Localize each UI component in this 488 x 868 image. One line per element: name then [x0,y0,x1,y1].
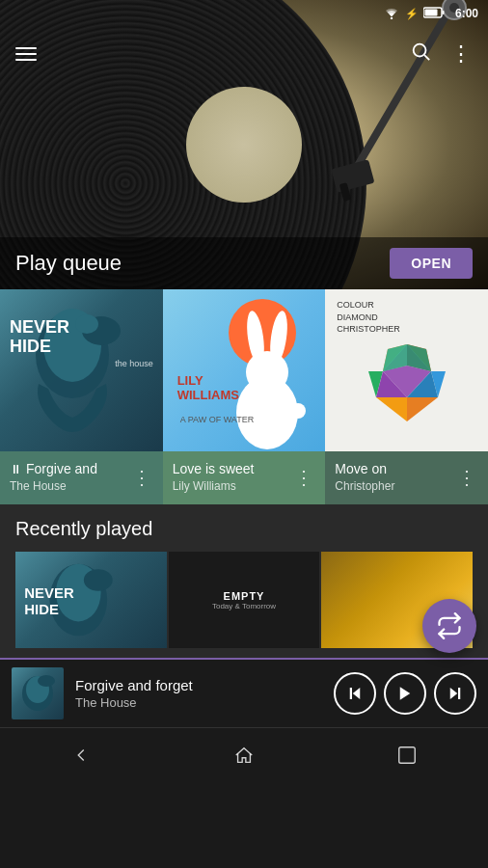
search-button[interactable] [410,41,431,68]
never-hide-text: NEVERHIDE [10,318,69,357]
lily-text: LilyWilliams [177,373,239,403]
album-cell-love[interactable]: LilyWilliams A Paw Of Water [163,289,326,451]
paw-text: A Paw Of Water [180,415,255,424]
toolbar: ⋮ [0,27,488,81]
back-nav-button[interactable] [57,731,105,779]
today-tomorrow-label: Today & Tomorrow [212,602,276,610]
recently-played-title: Recently played [15,518,473,540]
empty-label: EMPTY [224,590,265,602]
home-nav-button[interactable] [220,731,268,779]
album-cell-forgive[interactable]: NEVERHIDE the house [0,289,163,451]
shuffle-button[interactable] [422,599,476,653]
now-playing-info: Forgive and forget The House [64,677,334,710]
wifi-icon [383,6,400,22]
artist-forgive: The House [10,479,130,493]
play-button[interactable] [384,672,426,715]
svg-marker-31 [407,397,438,421]
svg-text:HIDE: HIDE [24,601,59,617]
album-art-move: COLOURDIAMONDCHRISTOPHER [325,289,488,451]
album-info-forgive: ⏸ Forgive and The House ⋮ [0,451,163,504]
artist-move: Christopher [335,479,455,493]
bolt-icon: ⚡ [405,8,419,20]
svg-marker-45 [450,688,458,699]
the-house-small: the house [115,359,153,368]
svg-point-9 [414,44,426,57]
album-info-row: ⏸ Forgive and The House ⋮ Love is sweet … [0,451,488,504]
svg-point-36 [84,569,113,590]
recent-thumb-never-hide[interactable]: NEVER HIDE [15,552,167,648]
colour-diamond-text: COLOURDIAMONDCHRISTOPHER [337,299,399,336]
open-button[interactable]: OPEN [390,248,473,279]
svg-rect-3 [424,9,437,15]
diamond-svg [359,335,455,431]
album-art-love: LilyWilliams A Paw Of Water [163,289,326,451]
hero-section: ⋮ Play queue OPEN [0,0,488,289]
svg-point-14 [75,314,98,334]
svg-text:NEVER: NEVER [24,584,74,601]
album-info-move: Move on Christopher ⋮ [325,451,488,504]
nav-bar [0,727,488,781]
more-button[interactable]: ⋮ [450,41,473,67]
play-queue-bar: Play queue OPEN [0,237,488,289]
shuffle-icon [436,612,463,639]
svg-marker-30 [376,397,407,421]
song-title-move: Move on [335,461,455,476]
recently-played-section: Recently played NEVER HIDE EMPTY Today &… [0,504,488,658]
svg-point-41 [38,675,55,687]
now-playing-artist: The House [75,695,322,710]
recent-thumb-empty[interactable]: EMPTY Today & Tomorrow [169,552,320,648]
album-art-forgive: NEVERHIDE the house [0,289,163,451]
svg-rect-2 [442,11,444,14]
now-playing-title: Forgive and forget [75,677,322,693]
now-playing-bar: Forgive and forget The House [0,658,488,727]
play-queue-title: Play queue [15,251,122,276]
svg-rect-5 [331,159,374,193]
svg-rect-43 [350,688,352,699]
more-dots-forgive[interactable]: ⋮ [130,466,153,489]
album-grid: NEVERHIDE the house LilyWilliams A [0,289,488,451]
artist-love: Lily Williams [173,479,293,493]
recent-nav-button[interactable] [383,731,431,779]
status-time: 6:00 [455,7,478,20]
svg-marker-44 [400,687,411,700]
battery-icon [423,7,445,21]
album-cell-move[interactable]: COLOURDIAMONDCHRISTOPHER [325,289,488,451]
player-controls [334,672,476,715]
menu-button[interactable] [15,47,37,61]
song-title-forgive: ⏸ Forgive and [10,461,130,476]
more-dots-love[interactable]: ⋮ [292,466,315,489]
svg-point-19 [290,403,306,419]
pause-icon-forgive: ⏸ [10,462,22,476]
more-dots-move[interactable]: ⋮ [455,466,478,489]
svg-marker-42 [353,688,361,699]
song-title-love: Love is sweet [173,461,293,476]
svg-rect-46 [458,688,460,699]
svg-point-16 [246,351,288,393]
album-info-love: Love is sweet Lily Williams ⋮ [163,451,326,504]
svg-rect-47 [398,746,415,763]
recent-thumbnails: NEVER HIDE EMPTY Today & Tomorrow [15,552,473,648]
now-playing-thumbnail [12,667,64,719]
prev-button[interactable] [334,672,376,715]
svg-point-0 [391,16,393,18]
svg-line-10 [424,55,429,60]
next-button[interactable] [434,672,476,715]
status-bar: ⚡ 6:00 [0,0,488,27]
